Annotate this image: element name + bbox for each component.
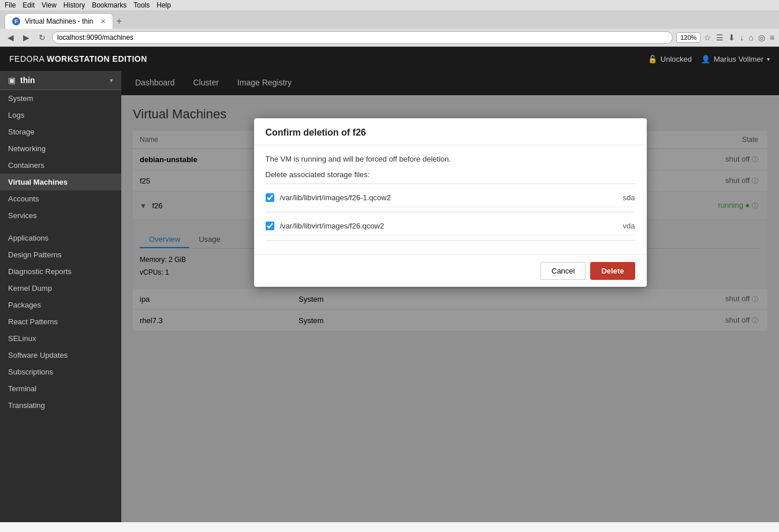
storage-path-1: /var/lib/libvirt/images/f26.qcow2 <box>280 222 606 230</box>
tab-favicon: F <box>12 17 20 25</box>
menu-icon[interactable]: ≡ <box>770 33 774 42</box>
top-nav: Dashboard Cluster Image Registry <box>121 71 779 95</box>
sidebar-item-selinux[interactable]: SELinux <box>0 330 121 347</box>
app-brand: FEDORA WORKSTATION EDITION <box>9 54 147 63</box>
app-header: FEDORA WORKSTATION EDITION 🔓 Unlocked 👤 … <box>0 47 779 71</box>
zoom-level: 120% <box>676 32 700 43</box>
tab-bar: F Virtual Machines - thin ✕ + <box>0 11 779 29</box>
brand-regular: FEDORA <box>9 54 47 63</box>
storage-item-0: /var/lib/libvirt/images/f26-1.qcow2 sda <box>266 189 635 207</box>
new-tab-button[interactable]: + <box>117 16 122 27</box>
menu-help[interactable]: Help <box>156 1 171 9</box>
modal-delete-button[interactable]: Delete <box>590 262 635 280</box>
modal-divider <box>266 183 635 184</box>
app-header-right: 🔓 Unlocked 👤 Marius Vollmer ▾ <box>648 55 770 63</box>
user-icon: 👤 <box>701 55 710 63</box>
sidebar-item-diagnostic-reports[interactable]: Diagnostic Reports <box>0 263 121 280</box>
browser-chrome: File Edit View History Bookmarks Tools H… <box>0 0 779 47</box>
lock-badge: 🔓 Unlocked <box>648 55 692 63</box>
modal-body: The VM is running and will be forced off… <box>254 145 647 254</box>
host-icon: ▣ <box>8 76 16 85</box>
user-chevron-down-icon: ▾ <box>767 56 770 62</box>
address-icons: ☆ ☰ ⬇ ↓ ⌂ ◎ ≡ <box>704 33 774 42</box>
modal-divider-1 <box>266 212 635 212</box>
menu-edit[interactable]: Edit <box>23 1 35 9</box>
storage-checkbox-0[interactable] <box>266 193 274 202</box>
modal-header: Confirm deletion of f26 <box>254 118 647 145</box>
brand-bold: WORKSTATION EDITION <box>47 54 147 63</box>
nav-image-registry[interactable]: Image Registry <box>235 72 294 94</box>
modal-overlay: Confirm deletion of f26 The VM is runnin… <box>121 95 779 522</box>
modal-divider-2 <box>266 240 635 241</box>
active-tab[interactable]: F Virtual Machines - thin ✕ <box>5 13 113 29</box>
sidebar-item-packages[interactable]: Packages <box>0 297 121 313</box>
app-body: ▣ thin ▾ System Logs Storage Networking … <box>0 71 779 522</box>
reload-button[interactable]: ↻ <box>36 32 49 43</box>
menu-file[interactable]: File <box>5 1 16 9</box>
storage-path-0: /var/lib/libvirt/images/f26-1.qcow2 <box>280 193 606 202</box>
sidebar-item-react-patterns[interactable]: React Patterns <box>0 313 121 330</box>
storage-device-1: vda <box>612 222 635 230</box>
tab-close-button[interactable]: ✕ <box>100 18 106 25</box>
menu-tools[interactable]: Tools <box>133 1 150 9</box>
modal-warning-text: The VM is running and will be forced off… <box>266 155 635 163</box>
host-selector[interactable]: ▣ thin ▾ <box>0 71 121 90</box>
host-chevron-down-icon: ▾ <box>110 77 113 84</box>
modal-cancel-button[interactable]: Cancel <box>541 262 586 280</box>
sidebar-item-virtual-machines[interactable]: Virtual Machines <box>0 174 121 190</box>
sidebar: ▣ thin ▾ System Logs Storage Networking … <box>0 71 121 522</box>
forward-button[interactable]: ▶ <box>20 32 32 43</box>
extension-icon[interactable]: ◎ <box>758 33 765 42</box>
address-input[interactable] <box>52 31 673 44</box>
bookmark-icon[interactable]: ☆ <box>704 33 711 42</box>
sidebar-item-translating[interactable]: Translating <box>0 397 121 414</box>
browser-menu-bar: File Edit View History Bookmarks Tools H… <box>0 0 779 11</box>
content-area: Virtual Machines Name State <box>121 95 779 522</box>
menu-view[interactable]: View <box>42 1 57 9</box>
sidebar-item-applications[interactable]: Applications <box>0 230 121 246</box>
user-label: Marius Vollmer <box>714 55 763 63</box>
lock-icon: 🔓 <box>648 55 657 63</box>
sidebar-item-storage[interactable]: Storage <box>0 123 121 140</box>
app-wrapper: FEDORA WORKSTATION EDITION 🔓 Unlocked 👤 … <box>0 47 779 522</box>
sidebar-item-terminal[interactable]: Terminal <box>0 380 121 397</box>
storage-item-1: /var/lib/libvirt/images/f26.qcow2 vda <box>266 217 635 235</box>
download-icon[interactable]: ↓ <box>740 33 744 42</box>
main-content: Dashboard Cluster Image Registry Virtual… <box>121 71 779 522</box>
modal-storage-label: Delete associated storage files: <box>266 170 635 179</box>
menu-history[interactable]: History <box>64 1 85 9</box>
sidebar-item-kernel-dump[interactable]: Kernel Dump <box>0 280 121 297</box>
lock-label: Unlocked <box>661 55 692 63</box>
menu-bookmarks[interactable]: Bookmarks <box>92 1 126 9</box>
sidebar-item-services[interactable]: Services <box>0 207 121 224</box>
modal-dialog: Confirm deletion of f26 The VM is runnin… <box>254 118 647 287</box>
back-button[interactable]: ◀ <box>5 32 17 43</box>
storage-device-0: sda <box>612 193 635 202</box>
tab-title: Virtual Machines - thin <box>25 17 94 25</box>
host-name: thin <box>20 76 35 85</box>
sidebar-item-containers[interactable]: Containers <box>0 157 121 174</box>
storage-checkbox-1[interactable] <box>266 222 274 230</box>
nav-dashboard[interactable]: Dashboard <box>133 72 177 94</box>
address-bar: ◀ ▶ ↻ 120% ☆ ☰ ⬇ ↓ ⌂ ◎ ≡ <box>0 29 779 47</box>
sidebar-item-software-updates[interactable]: Software Updates <box>0 347 121 364</box>
user-menu[interactable]: 👤 Marius Vollmer ▾ <box>701 55 770 63</box>
sidebar-item-logs[interactable]: Logs <box>0 107 121 123</box>
sidebar-item-subscriptions[interactable]: Subscriptions <box>0 364 121 380</box>
modal-footer: Cancel Delete <box>254 254 647 287</box>
sidebar-item-design-patterns[interactable]: Design Patterns <box>0 246 121 263</box>
sidebar-item-system[interactable]: System <box>0 90 121 107</box>
reader-icon[interactable]: ☰ <box>716 33 724 42</box>
pocket-icon[interactable]: ⬇ <box>728 33 735 42</box>
sidebar-item-networking[interactable]: Networking <box>0 140 121 157</box>
sidebar-item-accounts[interactable]: Accounts <box>0 190 121 207</box>
nav-cluster[interactable]: Cluster <box>191 72 221 94</box>
home-icon[interactable]: ⌂ <box>748 33 753 42</box>
